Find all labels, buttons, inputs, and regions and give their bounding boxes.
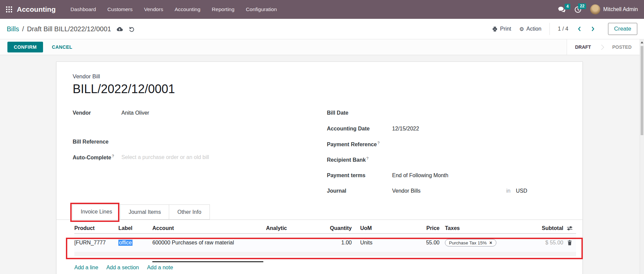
tax-tag-label: Purchase Tax 15%: [449, 240, 487, 245]
unsaved-cloud-icon[interactable]: [116, 27, 123, 32]
accounting-date-label: Accounting Date: [327, 126, 392, 132]
breadcrumb-separator: /: [22, 25, 24, 33]
pager-indicator[interactable]: 1 / 4: [558, 26, 568, 32]
help-icon: ?: [378, 141, 380, 145]
delete-line-trash-icon[interactable]: [563, 240, 576, 245]
form-view: Vendor Bill BILL/2022/12/0001 Vendor Ani…: [0, 55, 640, 274]
col-account[interactable]: Account: [152, 225, 266, 231]
avatar: [590, 4, 600, 14]
col-analytic[interactable]: Analytic: [266, 225, 310, 231]
discard-undo-icon[interactable]: [129, 26, 135, 32]
statusbar: CONFIRM CANCEL DRAFT POSTED: [0, 39, 640, 55]
cell-product[interactable]: [FURN_7777: [74, 240, 118, 246]
tab-other-info[interactable]: Other Info: [169, 204, 210, 220]
col-taxes[interactable]: Taxes: [440, 225, 525, 231]
bill-reference-label: Bill Reference: [73, 139, 121, 145]
app-name[interactable]: Accounting: [17, 5, 56, 13]
messages-button[interactable]: 4: [558, 6, 566, 13]
breadcrumb-current: Draft Bill BILL/2022/12/0001: [27, 25, 111, 33]
payment-terms-value[interactable]: End of Following Month: [392, 172, 448, 179]
user-menu[interactable]: Mitchell Admin: [590, 4, 638, 14]
scroll-up-arrow-icon[interactable]: [641, 41, 643, 43]
nav-item-accounting[interactable]: Accounting: [175, 6, 200, 12]
add-note-link[interactable]: Add a note: [147, 265, 173, 271]
pager-next-button[interactable]: [590, 26, 596, 32]
state-pipeline: DRAFT POSTED: [567, 39, 640, 55]
activities-badge: 22: [578, 3, 586, 9]
journal-in-word: in: [506, 188, 510, 194]
cell-price[interactable]: 55.00: [385, 240, 440, 246]
bill-sheet: Vendor Bill BILL/2022/12/0001 Vendor Ani…: [56, 62, 583, 274]
tab-journal-items[interactable]: Journal Items: [120, 204, 169, 220]
nav-item-configuration[interactable]: Configuration: [246, 6, 277, 12]
cell-quantity[interactable]: 1.00: [310, 240, 352, 246]
journal-value[interactable]: Vendor Bills: [392, 188, 421, 194]
doc-type-label: Vendor Bill: [73, 73, 100, 80]
top-navbar: Accounting Dashboard Customers Vendors A…: [0, 0, 644, 19]
add-section-link[interactable]: Add a section: [106, 265, 139, 271]
selected-text[interactable]: office: [118, 240, 132, 246]
state-draft[interactable]: DRAFT: [567, 39, 599, 55]
cell-label[interactable]: office: [118, 240, 152, 246]
nav-item-vendors[interactable]: Vendors: [144, 6, 163, 12]
auto-complete-input[interactable]: Select a purchase order or an old bill: [121, 154, 209, 160]
vendor-value[interactable]: Anita Oliver: [121, 110, 149, 116]
cell-uom[interactable]: Units: [352, 240, 385, 246]
optional-columns-sliders-icon[interactable]: [563, 226, 576, 231]
bill-date-label: Bill Date: [327, 110, 392, 116]
recipient-bank-label: Recipient Bank?: [327, 156, 392, 163]
gear-icon: ⚙: [519, 26, 524, 32]
invoice-line-row[interactable]: [FURN_7777 office 600000 Purchases of ra…: [74, 234, 576, 252]
auto-complete-label: Auto-Complete?: [73, 154, 121, 161]
notebook-tabs: Invoice Lines Journal Items Other Info: [56, 205, 582, 220]
apps-menu-icon[interactable]: [6, 6, 12, 12]
state-posted[interactable]: POSTED: [604, 39, 640, 55]
payment-terms-label: Payment terms: [327, 172, 392, 179]
col-product[interactable]: Product: [74, 225, 118, 231]
action-button[interactable]: ⚙ Action: [519, 26, 541, 32]
accounting-date-value[interactable]: 12/15/2022: [392, 126, 419, 132]
journal-label: Journal: [327, 188, 392, 194]
print-button[interactable]: Print: [492, 26, 511, 32]
next-row-stripe: [74, 252, 576, 256]
cancel-button[interactable]: CANCEL: [52, 44, 72, 50]
payment-reference-label: Payment Reference?: [327, 141, 392, 148]
col-uom[interactable]: UoM: [352, 225, 385, 231]
journal-currency-value[interactable]: USD: [516, 188, 527, 194]
bill-number-title[interactable]: BILL/2022/12/0001: [73, 82, 175, 96]
pager-prev-button[interactable]: [576, 26, 582, 32]
add-line-link[interactable]: Add a line: [74, 265, 98, 271]
cell-account[interactable]: 600000 Purchases of raw material: [152, 240, 266, 246]
scrollbar-thumb[interactable]: [641, 46, 643, 135]
vertical-scrollbar[interactable]: [640, 39, 644, 274]
tax-remove-icon[interactable]: ×: [489, 240, 492, 245]
action-label: Action: [526, 26, 541, 32]
line-footer-links: Add a line Add a section Add a note: [74, 265, 173, 271]
help-icon: ?: [112, 154, 114, 158]
nav-item-customers[interactable]: Customers: [107, 6, 132, 12]
tax-tag[interactable]: Purchase Tax 15% ×: [445, 239, 496, 246]
cell-taxes: Purchase Tax 15% ×: [440, 239, 525, 246]
col-quantity[interactable]: Quantity: [310, 225, 352, 231]
col-label[interactable]: Label: [118, 225, 152, 231]
account-input-underline: [152, 261, 263, 262]
control-panel: Bills / Draft Bill BILL/2022/12/0001 Pri…: [0, 19, 644, 39]
tab-invoice-lines[interactable]: Invoice Lines: [72, 204, 120, 220]
invoice-lines-header: Product Label Account Analytic Quantity …: [74, 223, 576, 234]
print-label: Print: [500, 26, 511, 32]
cell-subtotal: $ 55.00: [525, 240, 563, 246]
activities-button[interactable]: 22: [574, 6, 581, 13]
col-price[interactable]: Price: [385, 225, 440, 231]
confirm-button[interactable]: CONFIRM: [7, 42, 43, 52]
breadcrumb: Bills / Draft Bill BILL/2022/12/0001: [7, 25, 111, 33]
create-button[interactable]: Create: [608, 23, 637, 35]
breadcrumb-bills-link[interactable]: Bills: [7, 25, 19, 33]
col-subtotal[interactable]: Subtotal: [525, 225, 563, 231]
divider: [550, 23, 550, 35]
nav-item-reporting[interactable]: Reporting: [212, 6, 234, 12]
vendor-label: Vendor: [73, 110, 121, 116]
messages-badge: 4: [565, 4, 570, 9]
nav-item-dashboard[interactable]: Dashboard: [71, 6, 96, 12]
user-name: Mitchell Admin: [603, 6, 638, 12]
help-icon: ?: [367, 156, 369, 160]
